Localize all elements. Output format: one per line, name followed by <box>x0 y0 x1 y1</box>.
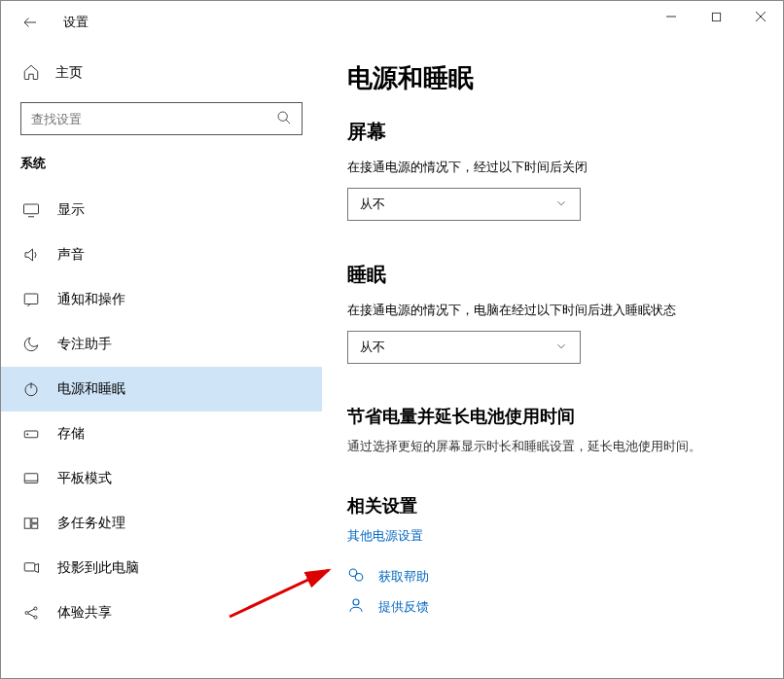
sidebar-item-tablet[interactable]: 平板模式 <box>1 456 322 501</box>
sleep-timeout-select[interactable]: 从不 <box>347 331 581 364</box>
search-field[interactable] <box>31 112 276 126</box>
help-label: 获取帮助 <box>378 568 429 586</box>
svg-rect-7 <box>24 474 38 483</box>
svg-point-14 <box>34 616 37 619</box>
minimize-button[interactable] <box>649 1 694 32</box>
sidebar-item-label: 多任务处理 <box>57 515 125 532</box>
multitask-icon <box>22 515 40 532</box>
screen-desc: 在接通电源的情况下，经过以下时间后关闭 <box>347 159 760 176</box>
battery-heading: 节省电量并延长电池使用时间 <box>347 405 760 428</box>
share-icon <box>22 604 40 622</box>
sidebar-item-label: 通知和操作 <box>57 291 125 308</box>
svg-rect-9 <box>32 518 38 523</box>
sidebar-item-storage[interactable]: 存储 <box>1 411 322 456</box>
sidebar-item-sound[interactable]: 声音 <box>1 232 322 277</box>
page-title: 电源和睡眠 <box>347 61 760 95</box>
content-pane: 电源和睡眠 屏幕 在接通电源的情况下，经过以下时间后关闭 从不 睡眠 在接通电源… <box>322 44 783 678</box>
sidebar-item-label: 存储 <box>57 425 85 443</box>
sleep-desc: 在接通电源的情况下，电脑在经过以下时间后进入睡眠状态 <box>347 302 760 319</box>
home-icon <box>22 63 40 84</box>
tablet-icon <box>22 470 40 487</box>
svg-rect-8 <box>24 518 30 529</box>
notification-icon <box>22 291 40 308</box>
window-title: 设置 <box>63 14 89 31</box>
search-input[interactable] <box>20 102 303 135</box>
screen-timeout-value: 从不 <box>360 196 385 213</box>
feedback-label: 提供反馈 <box>378 598 429 616</box>
maximize-icon <box>711 12 722 22</box>
related-heading: 相关设置 <box>347 494 760 518</box>
sidebar: 主页 系统 显示 声音 通知和操作 专注助手 <box>1 44 322 678</box>
svg-point-1 <box>278 112 287 121</box>
sidebar-section-label: 系统 <box>1 149 322 188</box>
close-icon <box>755 11 766 22</box>
minimize-icon <box>665 11 677 22</box>
sidebar-item-label: 投影到此电脑 <box>57 559 139 577</box>
sidebar-item-notifications[interactable]: 通知和操作 <box>1 277 322 322</box>
sidebar-item-project[interactable]: 投影到此电脑 <box>1 546 322 590</box>
monitor-icon <box>22 201 40 219</box>
home-link[interactable]: 主页 <box>1 54 322 92</box>
get-help-link[interactable]: 获取帮助 <box>347 566 760 587</box>
back-arrow-icon <box>21 14 39 31</box>
chevron-down-icon <box>554 340 568 356</box>
svg-rect-2 <box>24 204 39 214</box>
sidebar-item-display[interactable]: 显示 <box>1 188 322 232</box>
battery-tip: 通过选择更短的屏幕显示时长和睡眠设置，延长电池使用时间。 <box>347 438 760 455</box>
help-icon <box>347 566 365 587</box>
feedback-link[interactable]: 提供反馈 <box>347 596 760 617</box>
close-button[interactable] <box>738 1 783 32</box>
svg-rect-3 <box>24 294 38 304</box>
sidebar-item-focus[interactable]: 专注助手 <box>1 322 322 367</box>
svg-rect-10 <box>32 524 38 529</box>
sound-icon <box>22 246 40 264</box>
maximize-button[interactable] <box>694 1 738 32</box>
titlebar: 设置 <box>1 1 783 44</box>
back-button[interactable] <box>9 1 52 44</box>
other-power-link[interactable]: 其他电源设置 <box>347 527 760 545</box>
project-icon <box>22 559 40 577</box>
sleep-timeout-value: 从不 <box>360 339 385 356</box>
svg-point-6 <box>27 434 28 435</box>
svg-rect-11 <box>24 563 35 571</box>
feedback-icon <box>347 596 365 617</box>
sidebar-item-label: 体验共享 <box>57 604 112 622</box>
moon-icon <box>22 336 40 353</box>
search-icon <box>276 110 292 128</box>
caption-buttons <box>649 1 783 32</box>
home-label: 主页 <box>55 64 83 82</box>
chevron-down-icon <box>554 197 568 213</box>
sidebar-item-label: 专注助手 <box>57 336 112 353</box>
sidebar-item-power[interactable]: 电源和睡眠 <box>1 367 322 411</box>
sidebar-item-label: 声音 <box>57 246 85 264</box>
screen-timeout-select[interactable]: 从不 <box>347 188 581 221</box>
power-icon <box>22 380 40 398</box>
sidebar-item-label: 显示 <box>57 201 85 219</box>
sleep-heading: 睡眠 <box>347 262 760 288</box>
screen-heading: 屏幕 <box>347 119 760 145</box>
svg-point-17 <box>353 599 359 605</box>
svg-rect-0 <box>712 13 720 20</box>
svg-point-13 <box>34 607 37 610</box>
sidebar-item-label: 电源和睡眠 <box>57 380 125 398</box>
sidebar-item-multitask[interactable]: 多任务处理 <box>1 501 322 546</box>
svg-point-16 <box>355 574 363 582</box>
svg-point-12 <box>25 612 28 615</box>
sidebar-item-label: 平板模式 <box>57 470 112 487</box>
sidebar-item-share[interactable]: 体验共享 <box>1 590 322 635</box>
storage-icon <box>22 425 40 443</box>
